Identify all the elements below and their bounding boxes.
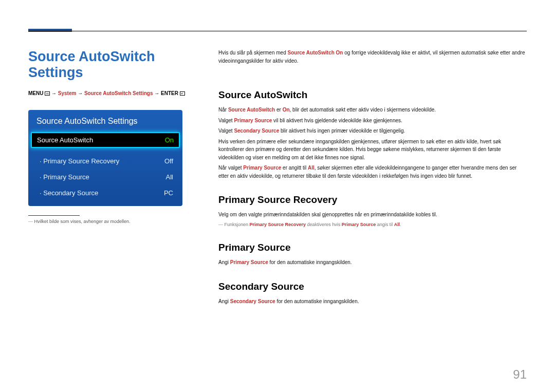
- body-text: Hvis verken den primære eller sekundære …: [218, 138, 527, 162]
- intro-text: Hvis du slår på skjermen med Source Auto…: [218, 49, 527, 65]
- menu-item-value: On: [165, 136, 174, 144]
- menu-item-value: All: [166, 173, 173, 181]
- menu-panel-title: Source AutoSwitch Settings: [28, 110, 182, 132]
- section-heading-secondary: Secondary Source: [218, 281, 527, 292]
- menu-item-primary-recovery[interactable]: Primary Source Recovery Off: [28, 153, 182, 169]
- menu-icon: m: [45, 91, 50, 96]
- body-text: Angi Secondary Source for den automatisk…: [218, 297, 527, 306]
- breadcrumb-enter: ENTER: [161, 90, 178, 96]
- page-title: Source AutoSwitch Settings: [28, 49, 198, 81]
- right-column: Hvis du slår på skjermen med Source Auto…: [218, 49, 527, 308]
- body-text: Angi Primary Source for den automatiske …: [218, 258, 527, 267]
- left-column: Source AutoSwitch Settings MENU m → Syst…: [28, 49, 198, 308]
- header-rule: [28, 31, 527, 31]
- page-number: 91: [513, 367, 527, 382]
- body-text: Når Source AutoSwitch er On, blir det au…: [218, 106, 527, 114]
- menu-item-label: Primary Source Recovery: [40, 157, 119, 165]
- menu-panel: Source AutoSwitch Settings Source AutoSw…: [28, 110, 182, 206]
- body-text: Velg om den valgte primærinndatakilden s…: [218, 211, 527, 219]
- body-text: Valget Primary Source vil bli aktivert h…: [218, 117, 527, 125]
- menu-item-source-autoswitch[interactable]: Source AutoSwitch On: [31, 132, 180, 148]
- menu-item-value: PC: [164, 189, 173, 197]
- breadcrumb-menu: MENU: [28, 90, 43, 96]
- breadcrumb: MENU m → System → Source AutoSwitch Sett…: [28, 90, 198, 97]
- footnote-separator: [28, 215, 80, 216]
- footnote: Hvilket bilde som vises, avhenger av mod…: [28, 219, 198, 224]
- note-text: Funksjonen Primary Source Recovery deakt…: [218, 221, 527, 228]
- menu-item-label: Source AutoSwitch: [37, 136, 93, 144]
- section-heading-primary: Primary Source: [218, 242, 527, 253]
- body-text: Når valget Primary Source er angitt til …: [218, 164, 527, 180]
- breadcrumb-system: System: [58, 90, 77, 96]
- section-heading-autoswitch: Source AutoSwitch: [218, 89, 527, 101]
- breadcrumb-settings: Source AutoSwitch Settings: [84, 90, 153, 96]
- menu-item-value: Off: [164, 157, 173, 165]
- header-accent: [28, 29, 72, 32]
- enter-icon: ↵: [180, 91, 185, 96]
- menu-item-label: Secondary Source: [40, 189, 98, 197]
- menu-item-primary-source[interactable]: Primary Source All: [28, 169, 182, 185]
- section-heading-recovery: Primary Source Recovery: [218, 194, 527, 206]
- body-text: Valget Secondary Source blir aktivert hv…: [218, 127, 527, 135]
- menu-item-secondary-source[interactable]: Secondary Source PC: [28, 185, 182, 201]
- menu-item-label: Primary Source: [40, 173, 89, 181]
